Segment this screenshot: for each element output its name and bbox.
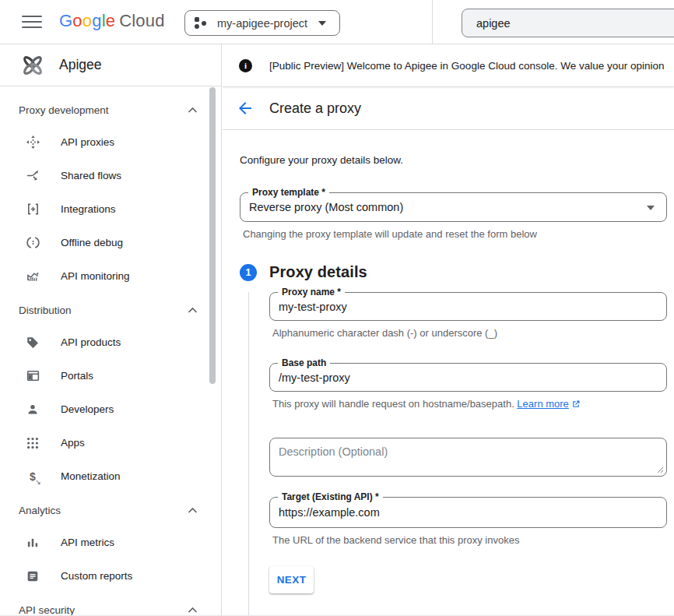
sidebar-item-label: Shared flows xyxy=(61,170,121,181)
sidebar-item-label: Developers xyxy=(61,403,114,415)
chevron-up-icon xyxy=(188,307,198,314)
sidebar-item-label: API monitoring xyxy=(61,270,130,282)
apps-icon xyxy=(25,435,40,451)
description-field[interactable] xyxy=(269,438,667,477)
info-icon: i xyxy=(239,59,252,72)
proxy-template-label: Proxy template * xyxy=(248,187,329,198)
logo-letter: G xyxy=(59,11,72,30)
logo-cloud-text: Cloud xyxy=(119,11,164,30)
base-path-helper-text: This proxy will handle request on hostna… xyxy=(272,398,517,410)
custom-reports-icon xyxy=(25,568,40,584)
google-cloud-logo: GoogleCloud xyxy=(59,11,165,31)
sidebar-item-label: Custom reports xyxy=(61,570,132,582)
section-label: Distribution xyxy=(19,304,72,316)
proxy-name-helper: Alphanumeric character dash (-) or under… xyxy=(269,327,667,339)
menu-icon[interactable] xyxy=(22,16,42,30)
logo-letter: g xyxy=(92,11,101,30)
step-header: 1 Proxy details xyxy=(240,263,667,281)
form-area: Configure your proxy details below. Prox… xyxy=(223,130,674,616)
sidebar-item-monetization[interactable]: $↘ Monetization xyxy=(0,459,221,493)
apigee-logo-icon xyxy=(21,54,44,77)
public-preview-banner: i [Public Preview] Welcome to Apigee in … xyxy=(223,44,674,87)
monetization-icon: $↘ xyxy=(25,469,40,484)
sidebar-scrollbar[interactable] xyxy=(209,87,216,384)
proxy-template-select[interactable]: Proxy template * Reverse proxy (Most com… xyxy=(240,192,667,222)
nav-items: API metrics Custom reports xyxy=(0,526,221,593)
select-caret-icon xyxy=(647,206,655,210)
chevron-down-icon xyxy=(318,21,326,26)
sidebar: Apigee Proxy development API proxies Sha… xyxy=(0,44,222,616)
topbar-divider xyxy=(432,0,433,44)
sidebar-item-api-proxies[interactable]: API proxies xyxy=(0,125,221,159)
project-icon xyxy=(195,17,206,29)
sidebar-item-shared-flows[interactable]: Shared flows xyxy=(0,159,221,192)
search-input[interactable] xyxy=(462,9,674,37)
logo-letter: e xyxy=(106,11,115,30)
sidebar-item-label: API metrics xyxy=(61,537,114,548)
integrations-icon xyxy=(25,202,40,217)
sidebar-item-label: Portals xyxy=(61,370,93,382)
nav-section-proxy-development[interactable]: Proxy development xyxy=(0,99,221,121)
sidebar-item-api-metrics[interactable]: API metrics xyxy=(0,526,221,559)
portals-icon xyxy=(25,368,40,384)
sidebar-app-name: Apigee xyxy=(59,57,102,73)
sidebar-item-custom-reports[interactable]: Custom reports xyxy=(0,559,221,593)
api-proxies-icon xyxy=(25,135,40,150)
chevron-up-icon xyxy=(188,607,198,614)
api-metrics-icon xyxy=(25,535,40,551)
back-arrow-icon[interactable] xyxy=(236,99,255,118)
learn-more-link[interactable]: Learn more xyxy=(517,398,568,410)
proxy-name-label: Proxy name * xyxy=(278,287,345,297)
target-helper: The URL of the backend service that this… xyxy=(269,534,667,546)
base-path-label: Base path xyxy=(278,357,330,368)
nav-section-distribution[interactable]: Distribution xyxy=(0,299,221,321)
offline-debug-icon xyxy=(25,235,40,251)
sidebar-item-developers[interactable]: Developers xyxy=(0,392,221,426)
nav-section-analytics[interactable]: Analytics xyxy=(0,499,221,521)
sidebar-item-label: API products xyxy=(61,336,121,348)
chevron-up-icon xyxy=(188,507,198,514)
base-path-helper: This proxy will handle request on hostna… xyxy=(269,398,667,410)
api-products-icon xyxy=(25,335,40,350)
banner-text: [Public Preview] Welcome to Apigee in Go… xyxy=(269,60,665,72)
api-monitoring-icon xyxy=(25,269,40,284)
page-title: Create a proxy xyxy=(269,100,361,117)
project-name: my-apigee-project xyxy=(217,17,307,30)
section-label: Analytics xyxy=(19,505,61,516)
sidebar-item-api-monitoring[interactable]: API monitoring xyxy=(0,259,221,293)
sidebar-item-api-products[interactable]: API products xyxy=(0,326,221,359)
nav-items: API proxies Shared flows Integrations Of… xyxy=(0,125,221,293)
section-label: Proxy development xyxy=(19,104,109,116)
logo-letter: o xyxy=(82,11,92,30)
description-textarea[interactable] xyxy=(270,438,666,476)
section-label: API security xyxy=(19,604,75,616)
next-button[interactable]: NEXT xyxy=(269,566,314,593)
nav-section-api-security[interactable]: API security xyxy=(0,599,221,616)
main-content: i [Public Preview] Welcome to Apigee in … xyxy=(223,44,674,616)
target-field[interactable]: Target (Existing API) * xyxy=(269,497,667,528)
sidebar-item-integrations[interactable]: Integrations xyxy=(0,192,221,226)
sidebar-item-portals[interactable]: Portals xyxy=(0,359,221,392)
intro-text: Configure your proxy details below. xyxy=(240,154,667,166)
proxy-name-field[interactable]: Proxy name * xyxy=(269,292,667,321)
target-label: Target (Existing API) * xyxy=(278,491,383,502)
shared-flows-icon xyxy=(25,168,40,184)
sidebar-item-apps[interactable]: Apps xyxy=(0,426,221,459)
page-header: Create a proxy xyxy=(223,87,674,130)
external-link-icon xyxy=(571,400,581,409)
top-bar: GoogleCloud my-apigee-project xyxy=(0,0,674,44)
sidebar-item-label: Monetization xyxy=(61,470,121,482)
project-selector-button[interactable]: my-apigee-project xyxy=(184,10,340,36)
base-path-field[interactable]: Base path xyxy=(269,363,667,392)
sidebar-item-label: Offline debug xyxy=(61,237,123,248)
step-number-badge: 1 xyxy=(240,264,257,281)
developers-icon xyxy=(25,402,40,417)
nav-items: API products Portals Developers Apps xyxy=(0,326,221,493)
sidebar-item-offline-debug[interactable]: Offline debug xyxy=(0,226,221,259)
step-body: Proxy name * Alphanumeric character dash… xyxy=(248,292,667,616)
sidebar-nav: Proxy development API proxies Shared flo… xyxy=(0,86,221,616)
proxy-template-helper: Changing the proxy template will update … xyxy=(240,228,667,240)
sidebar-header: Apigee xyxy=(0,44,221,86)
step-title: Proxy details xyxy=(269,263,367,281)
logo-letter: o xyxy=(72,11,82,30)
